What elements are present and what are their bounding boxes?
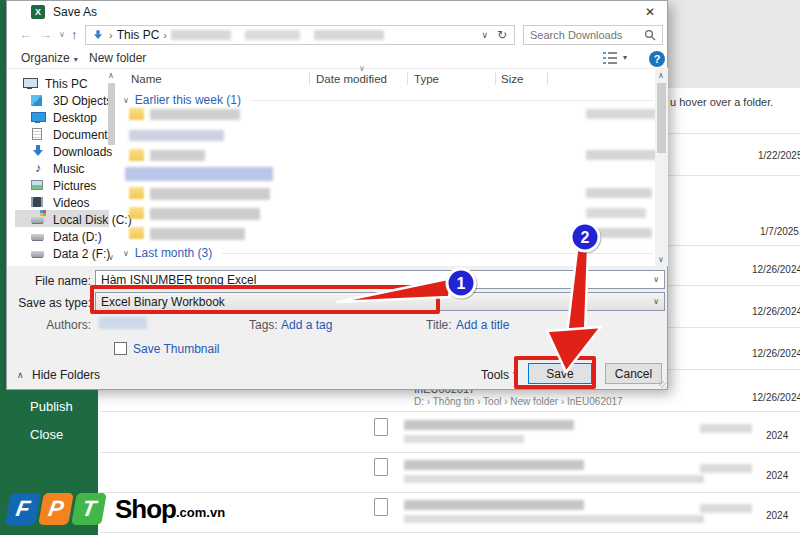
search-input[interactable] xyxy=(524,29,636,41)
group-rule xyxy=(251,100,653,101)
save-as-type-value: Excel Binary Workbook xyxy=(101,295,225,309)
backstage-hover-hint: u hover over a folder. xyxy=(670,96,773,108)
up-icon[interactable]: ↑ xyxy=(71,27,78,42)
column-divider[interactable] xyxy=(495,72,496,85)
address-dropdown-icon[interactable]: ∨ xyxy=(481,30,488,40)
sidebar-item-videos[interactable]: Videos xyxy=(31,194,89,211)
folder-icon xyxy=(129,227,144,239)
sidebar-item-3d-objects[interactable]: 3D Objects xyxy=(31,92,112,109)
help-icon[interactable]: ? xyxy=(649,51,665,67)
authors-label: Authors: xyxy=(27,318,91,332)
column-divider[interactable] xyxy=(309,72,310,85)
save-as-type-select[interactable]: Excel Binary Workbook ∨ xyxy=(95,292,665,311)
refresh-icon[interactable]: ↻ xyxy=(497,28,507,42)
sidebar-item-downloads[interactable]: Downloads xyxy=(31,143,112,160)
column-header-name[interactable]: Name xyxy=(131,73,162,85)
file-row[interactable] xyxy=(150,109,240,120)
breadcrumb-this-pc[interactable]: This PC xyxy=(117,28,160,42)
bg-row-date: 12/26/2024 xyxy=(752,264,800,275)
sidebar-item-local-disk-c[interactable]: Local Disk (C:) xyxy=(31,211,132,228)
file-row[interactable] xyxy=(150,228,245,240)
view-options-caret-icon[interactable]: ▾ xyxy=(623,53,627,62)
chevron-down-icon[interactable]: ∨ xyxy=(653,275,659,284)
file-row-selected[interactable] xyxy=(125,167,273,181)
file-row[interactable] xyxy=(150,208,260,220)
desktop-icon xyxy=(31,111,45,124)
close-icon[interactable]: ✕ xyxy=(633,1,667,23)
save-thumbnail-checkbox[interactable] xyxy=(114,342,127,355)
file-name-input[interactable]: Hàm ISNUMBER trong Excel ∨ xyxy=(95,270,665,289)
view-options-icon[interactable] xyxy=(603,52,617,64)
file-row[interactable] xyxy=(150,188,270,200)
sidebar-scroll-down-icon[interactable]: ∨ xyxy=(108,253,114,262)
hide-folders-button[interactable]: Hide Folders xyxy=(32,368,100,382)
sidebar-item-documents[interactable]: Documents xyxy=(31,126,114,143)
column-header-type[interactable]: Type xyxy=(414,73,439,85)
column-divider[interactable] xyxy=(407,72,408,85)
backstage-close-item[interactable]: Close xyxy=(30,427,63,442)
bg-row-name-blur xyxy=(404,500,584,510)
sidebar-item-pictures[interactable]: Pictures xyxy=(31,177,96,194)
address-bar[interactable]: › This PC › ∨ ↻ xyxy=(85,25,515,45)
group-collapse-icon[interactable]: ∨ xyxy=(123,249,129,258)
chevron-down-icon[interactable]: ∨ xyxy=(653,297,659,306)
fpt-logo-tile-t: T xyxy=(71,493,107,525)
bg-row-folder-icon xyxy=(374,498,388,516)
history-dropdown-icon[interactable]: ∨ xyxy=(59,30,65,39)
fpt-shop-logo: F P T Shop .com.vn xyxy=(8,493,225,525)
back-icon[interactable]: ← xyxy=(19,27,32,42)
sidebar-item-music[interactable]: ♪ Music xyxy=(31,160,84,177)
search-box xyxy=(523,25,663,45)
save-button[interactable]: Save xyxy=(528,363,592,384)
sidebar-scrollbar-thumb[interactable] xyxy=(108,83,115,145)
sidebar-item-desktop[interactable]: Desktop xyxy=(31,109,97,126)
group-header-last-month[interactable]: ∨ Last month (3) xyxy=(123,246,653,260)
add-a-title-link[interactable]: Add a title xyxy=(456,318,509,332)
group-collapse-icon[interactable]: ∨ xyxy=(123,96,129,105)
sidebar-item-label: Data 2 (F:) xyxy=(53,247,110,261)
cancel-button[interactable]: Cancel xyxy=(605,363,662,384)
file-row[interactable] xyxy=(150,150,205,161)
toolbar-divider xyxy=(7,68,669,69)
file-row[interactable] xyxy=(129,130,224,141)
breadcrumb-separator: › xyxy=(163,29,167,41)
column-header-size[interactable]: Size xyxy=(501,73,523,85)
column-header-date-modified[interactable]: Date modified xyxy=(316,73,387,85)
title-label: Title: xyxy=(426,318,452,332)
fpt-logo-shop-text: Shop xyxy=(115,494,176,525)
column-divider[interactable] xyxy=(547,72,548,85)
sidebar-item-this-pc[interactable]: This PC xyxy=(23,75,88,92)
sidebar-item-data-d[interactable]: Data (D:) xyxy=(31,228,102,245)
authors-value-blur xyxy=(99,317,147,329)
backstage-top-band xyxy=(668,0,800,88)
sidebar-item-data-2-f[interactable]: Data 2 (F:) xyxy=(31,245,110,262)
fpt-logo-domain-text: .com.vn xyxy=(176,505,225,520)
sidebar-scroll-up-icon[interactable]: ∧ xyxy=(108,71,114,80)
group-header-earlier-this-week[interactable]: ∨ Earlier this week (1) xyxy=(123,93,653,107)
sidebar-item-label: Data (D:) xyxy=(53,230,102,244)
forward-icon[interactable]: → xyxy=(39,27,52,42)
resize-grip[interactable] xyxy=(659,381,666,388)
organize-button[interactable]: Organize▾ xyxy=(21,51,78,65)
bg-row-date: 2024 xyxy=(766,470,788,481)
backstage-publish-item[interactable]: Publish xyxy=(30,399,73,414)
scrollbar-thumb[interactable] xyxy=(657,83,666,153)
tools-button[interactable]: Tools xyxy=(481,368,509,382)
scroll-down-icon[interactable]: ∨ xyxy=(658,255,664,264)
new-folder-button[interactable]: New folder xyxy=(89,51,146,65)
fpt-logo-tile-f: F xyxy=(5,493,41,525)
sidebar-item-label: This PC xyxy=(45,77,88,91)
file-row-date xyxy=(586,109,656,119)
add-a-tag-link[interactable]: Add a tag xyxy=(281,318,332,332)
folder-icon xyxy=(129,187,144,199)
file-row-date xyxy=(586,188,652,198)
tools-caret-icon[interactable]: ▾ xyxy=(513,369,517,378)
bg-row-separator xyxy=(668,133,800,134)
file-row-date xyxy=(586,208,646,218)
bg-row-date-blur xyxy=(700,464,752,473)
file-list-scrollbar[interactable]: ∧ ∨ xyxy=(655,69,668,266)
organize-label: Organize xyxy=(21,51,70,65)
scroll-up-icon[interactable]: ∧ xyxy=(658,71,664,80)
save-thumbnail-label: Save Thumbnail xyxy=(133,342,220,356)
bg-row-date: 1/7/2025 1: xyxy=(760,226,800,237)
